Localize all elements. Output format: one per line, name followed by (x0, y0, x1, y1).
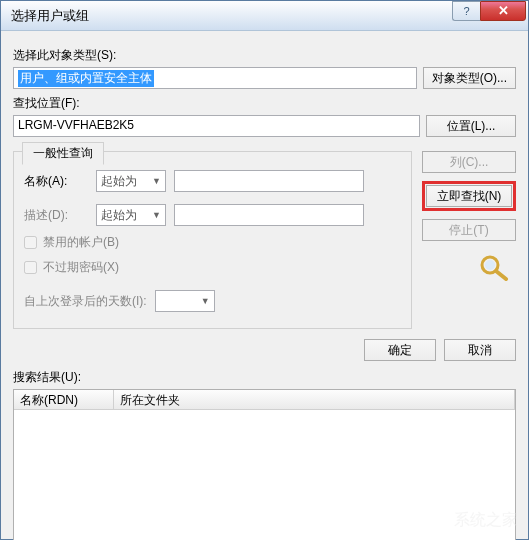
chevron-down-icon: ▼ (152, 176, 161, 186)
object-types-button[interactable]: 对象类型(O)... (423, 67, 516, 89)
name-label: 名称(A): (24, 173, 88, 190)
desc-input[interactable] (174, 204, 364, 226)
search-results-label: 搜索结果(U): (13, 369, 516, 386)
search-icon (476, 253, 516, 281)
disabled-accounts-input[interactable] (24, 236, 37, 249)
days-combo[interactable]: ▼ (155, 290, 215, 312)
find-now-highlight: 立即查找(N) (422, 181, 516, 211)
desc-label: 描述(D): (24, 207, 88, 224)
object-type-input[interactable]: 用户、组或内置安全主体 (13, 67, 417, 89)
cancel-button[interactable]: 取消 (444, 339, 516, 361)
location-label: 查找位置(F): (13, 95, 516, 112)
window-controls: ? ✕ (452, 1, 526, 23)
ok-cancel-row: 确定 取消 (13, 339, 516, 361)
column-folder[interactable]: 所在文件夹 (114, 390, 515, 409)
common-queries-tab[interactable]: 一般性查询 (22, 142, 104, 165)
svg-line-1 (496, 271, 506, 279)
name-op-combo[interactable]: 起始为 ▼ (96, 170, 166, 192)
stop-button[interactable]: 停止(T) (422, 219, 516, 241)
help-button[interactable]: ? (452, 1, 480, 21)
results-header: 名称(RDN) 所在文件夹 (14, 390, 515, 410)
ok-button[interactable]: 确定 (364, 339, 436, 361)
columns-button[interactable]: 列(C)... (422, 151, 516, 173)
nonexpiring-pw-label: 不过期密码(X) (43, 259, 119, 276)
side-buttons: 列(C)... 立即查找(N) 停止(T) (422, 151, 516, 281)
name-op-value: 起始为 (101, 173, 137, 190)
desc-op-value: 起始为 (101, 207, 137, 224)
disabled-accounts-checkbox[interactable]: 禁用的帐户(B) (24, 234, 401, 251)
nonexpiring-pw-input[interactable] (24, 261, 37, 274)
common-queries-group: 一般性查询 名称(A): 起始为 ▼ 描述(D): 起始为 ▼ 禁用的 (13, 151, 412, 329)
window-title: 选择用户或组 (11, 7, 452, 25)
chevron-down-icon: ▼ (201, 296, 210, 306)
disabled-accounts-label: 禁用的帐户(B) (43, 234, 119, 251)
nonexpiring-pw-checkbox[interactable]: 不过期密码(X) (24, 259, 401, 276)
chevron-down-icon: ▼ (152, 210, 161, 220)
results-listview[interactable]: 名称(RDN) 所在文件夹 (13, 389, 516, 540)
svg-point-2 (485, 260, 495, 270)
name-input[interactable] (174, 170, 364, 192)
close-button[interactable]: ✕ (480, 1, 526, 21)
client-area: 选择此对象类型(S): 用户、组或内置安全主体 对象类型(O)... 查找位置(… (1, 31, 528, 539)
days-since-logon-label: 自上次登录后的天数(I): (24, 293, 147, 310)
find-now-button[interactable]: 立即查找(N) (426, 185, 512, 207)
object-type-label: 选择此对象类型(S): (13, 47, 516, 64)
location-input[interactable]: LRGM-VVFHAEB2K5 (13, 115, 420, 137)
titlebar: 选择用户或组 ? ✕ (1, 1, 528, 31)
locations-button[interactable]: 位置(L)... (426, 115, 516, 137)
column-name[interactable]: 名称(RDN) (14, 390, 114, 409)
desc-op-combo[interactable]: 起始为 ▼ (96, 204, 166, 226)
object-type-value: 用户、组或内置安全主体 (18, 70, 154, 87)
dialog-window: 选择用户或组 ? ✕ 选择此对象类型(S): 用户、组或内置安全主体 对象类型(… (0, 0, 529, 540)
